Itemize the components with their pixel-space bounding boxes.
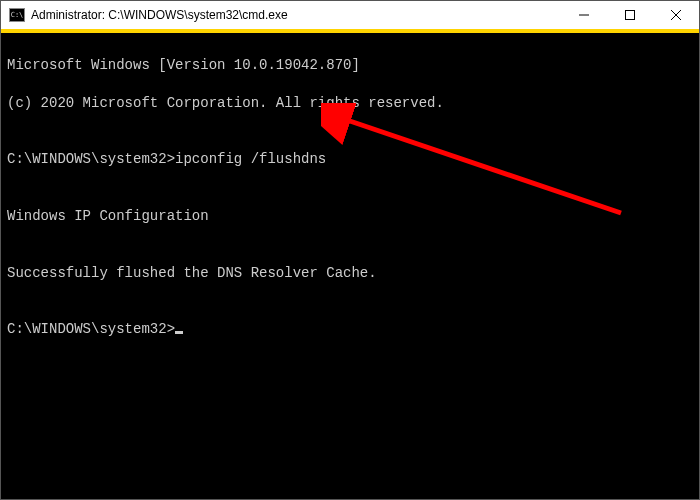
maximize-icon bbox=[625, 10, 635, 20]
window-title: Administrator: C:\WINDOWS\system32\cmd.e… bbox=[31, 8, 561, 22]
titlebar[interactable]: C:\ Administrator: C:\WINDOWS\system32\c… bbox=[1, 1, 699, 31]
close-icon bbox=[671, 10, 681, 20]
terminal-line: C:\WINDOWS\system32>ipconfig /flushdns bbox=[7, 150, 693, 169]
terminal-prompt-line: C:\WINDOWS\system32> bbox=[7, 320, 693, 339]
cmd-window: C:\ Administrator: C:\WINDOWS\system32\c… bbox=[0, 0, 700, 500]
close-button[interactable] bbox=[653, 1, 699, 29]
maximize-button[interactable] bbox=[607, 1, 653, 29]
terminal-line: Successfully flushed the DNS Resolver Ca… bbox=[7, 264, 693, 283]
terminal-line: (c) 2020 Microsoft Corporation. All righ… bbox=[7, 94, 693, 113]
terminal-area[interactable]: Microsoft Windows [Version 10.0.19042.87… bbox=[1, 33, 699, 499]
terminal-prompt: C:\WINDOWS\system32> bbox=[7, 321, 175, 337]
svg-rect-1 bbox=[626, 11, 635, 20]
cmd-icon-text: C:\ bbox=[11, 12, 24, 19]
terminal-line: Windows IP Configuration bbox=[7, 207, 693, 226]
cmd-icon: C:\ bbox=[9, 8, 25, 22]
terminal-line: Microsoft Windows [Version 10.0.19042.87… bbox=[7, 56, 693, 75]
cursor-icon bbox=[175, 331, 183, 334]
minimize-button[interactable] bbox=[561, 1, 607, 29]
window-controls bbox=[561, 1, 699, 29]
minimize-icon bbox=[579, 10, 589, 20]
